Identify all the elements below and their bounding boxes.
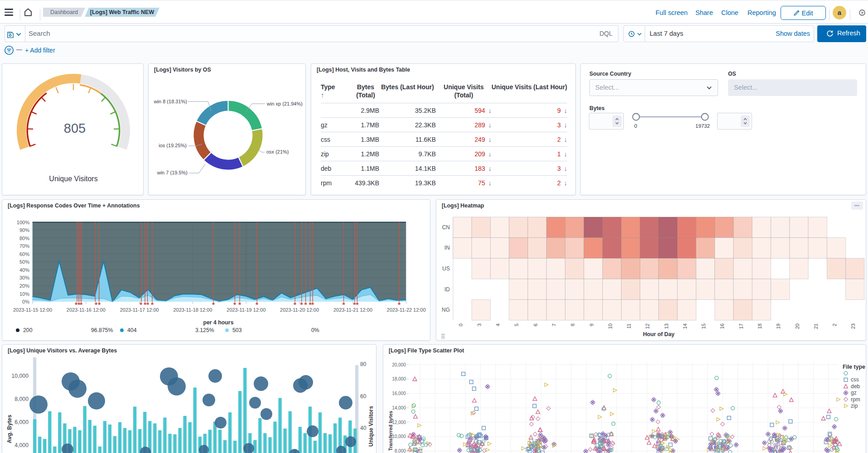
svg-text:40%: 40% xyxy=(19,267,29,273)
svg-text:*: * xyxy=(212,301,215,309)
svg-text:10: 10 xyxy=(608,323,613,329)
svg-text:2: 2 xyxy=(832,323,837,326)
svg-text:File type: File type xyxy=(843,364,865,370)
svg-text:17: 17 xyxy=(738,323,744,329)
svg-text:200: 200 xyxy=(23,327,33,333)
svg-text:8: 8 xyxy=(570,323,575,326)
svg-text:0%: 0% xyxy=(22,299,29,304)
svg-text:805: 805 xyxy=(64,121,86,135)
svg-text:4,000: 4,000 xyxy=(14,442,29,448)
svg-text:2023-11-22 12:00: 2023-11-22 12:00 xyxy=(387,307,426,313)
svg-text:40: 40 xyxy=(360,425,366,431)
svg-text:10,000: 10,000 xyxy=(392,434,406,439)
svg-text:14: 14 xyxy=(682,323,688,329)
svg-text:80: 80 xyxy=(360,361,366,367)
svg-text:13: 13 xyxy=(664,323,669,329)
svg-text:2023-11-19 12:00: 2023-11-19 12:00 xyxy=(227,307,265,313)
svg-text:18: 18 xyxy=(757,323,762,329)
svg-text:css: css xyxy=(851,376,859,383)
svg-text:2023-11-20 12:00: 2023-11-20 12:00 xyxy=(280,307,319,313)
svg-text:18,000: 18,000 xyxy=(392,376,406,381)
svg-text:12: 12 xyxy=(645,323,650,329)
svg-text:20%: 20% xyxy=(19,283,29,289)
svg-text:16,000: 16,000 xyxy=(392,391,406,396)
svg-text:NG: NG xyxy=(442,307,450,313)
svg-text:100%: 100% xyxy=(17,220,29,225)
svg-text:7: 7 xyxy=(551,323,557,326)
svg-text:90%: 90% xyxy=(19,227,29,233)
svg-text:10,000: 10,000 xyxy=(11,373,29,379)
svg-text:5: 5 xyxy=(514,323,519,326)
svg-text:6: 6 xyxy=(533,323,538,326)
svg-text:osx (21%): osx (21%) xyxy=(266,149,289,154)
svg-text:50%: 50% xyxy=(19,259,29,265)
svg-text:4: 4 xyxy=(495,323,501,326)
svg-text:16: 16 xyxy=(719,323,725,329)
svg-text:9: 9 xyxy=(589,323,594,326)
svg-text:2023-11-21 12:00: 2023-11-21 12:00 xyxy=(333,307,372,313)
svg-text:96.875%: 96.875% xyxy=(91,327,113,333)
svg-text:win 8 (18.31%): win 8 (18.31%) xyxy=(154,99,187,104)
svg-text:?: ? xyxy=(861,10,863,15)
svg-text:Avg. Bytes: Avg. Bytes xyxy=(6,414,13,443)
svg-text:2023-11-16 12:00: 2023-11-16 12:00 xyxy=(67,307,106,313)
svg-text:Hour of Day: Hour of Day xyxy=(643,331,675,337)
svg-text:8,000: 8,000 xyxy=(395,448,406,453)
svg-text:20: 20 xyxy=(795,323,800,329)
svg-text:12,000: 12,000 xyxy=(392,420,406,425)
svg-text:404: 404 xyxy=(127,327,137,333)
svg-text:14,000: 14,000 xyxy=(392,405,406,410)
svg-text:60: 60 xyxy=(360,393,366,400)
svg-text:IN: IN xyxy=(444,245,450,251)
svg-text:CN: CN xyxy=(442,224,450,231)
svg-text:2023-11-15 12:00: 2023-11-15 12:00 xyxy=(13,307,52,313)
svg-text:20,000: 20,000 xyxy=(392,362,406,367)
svg-text:30%: 30% xyxy=(19,275,29,280)
svg-text:70%: 70% xyxy=(19,243,29,249)
svg-text:gz: gz xyxy=(851,390,857,396)
svg-text:zip: zip xyxy=(851,403,858,409)
svg-text:11: 11 xyxy=(626,323,632,328)
svg-text:6,000: 6,000 xyxy=(14,419,29,425)
svg-text:win xp (21.94%): win xp (21.94%) xyxy=(266,101,303,106)
svg-text:win 7 (19.5%): win 7 (19.5%) xyxy=(157,170,188,175)
svg-text:2023-11-17 12:00: 2023-11-17 12:00 xyxy=(120,307,159,313)
svg-text:19: 19 xyxy=(776,323,781,329)
svg-text:80%: 80% xyxy=(19,236,29,241)
svg-text:rpm: rpm xyxy=(851,396,860,403)
svg-text:Transferred bytes: Transferred bytes xyxy=(388,411,393,451)
svg-text:8,000: 8,000 xyxy=(14,396,29,402)
svg-text:10%: 10% xyxy=(19,291,29,297)
svg-text:503: 503 xyxy=(232,327,242,333)
svg-text:ios (19.25%): ios (19.25%) xyxy=(159,143,187,148)
svg-text:ID: ID xyxy=(444,286,450,293)
svg-text:per 4 hours: per 4 hours xyxy=(203,319,234,326)
svg-text:3.125%: 3.125% xyxy=(195,327,214,333)
svg-text:deb: deb xyxy=(851,383,860,390)
svg-text:0%: 0% xyxy=(311,327,319,333)
svg-text:2023-11-18 12:00: 2023-11-18 12:00 xyxy=(173,307,212,313)
svg-text:0: 0 xyxy=(458,323,463,326)
svg-text:Unique Visitors: Unique Visitors xyxy=(49,175,97,183)
svg-text:60%: 60% xyxy=(19,251,29,257)
svg-text:3: 3 xyxy=(477,323,482,326)
svg-text:23: 23 xyxy=(850,323,856,329)
svg-text:21: 21 xyxy=(813,323,819,329)
svg-text:15: 15 xyxy=(701,323,706,329)
svg-text:US: US xyxy=(442,265,450,272)
svg-text:Unique Visitors: Unique Visitors xyxy=(368,406,374,447)
